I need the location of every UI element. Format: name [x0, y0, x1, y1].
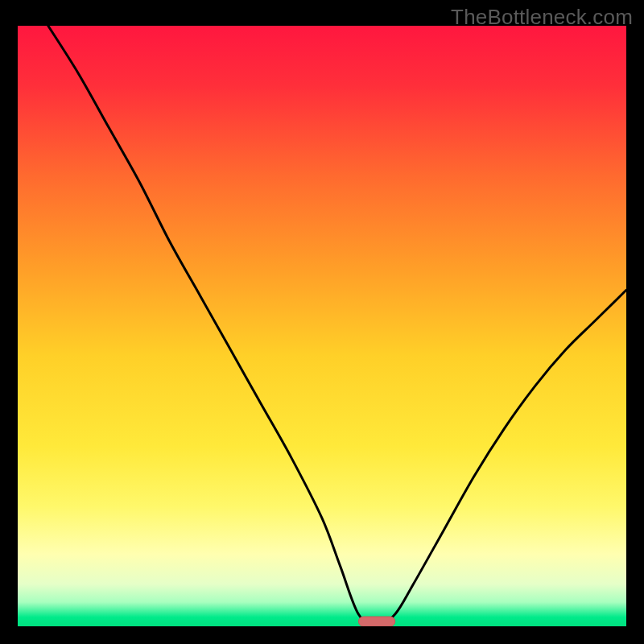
chart-frame: TheBottleneck.com [0, 0, 644, 644]
optimal-range-marker [358, 617, 394, 626]
plot-background [18, 26, 626, 626]
bottleneck-plot [18, 26, 626, 626]
